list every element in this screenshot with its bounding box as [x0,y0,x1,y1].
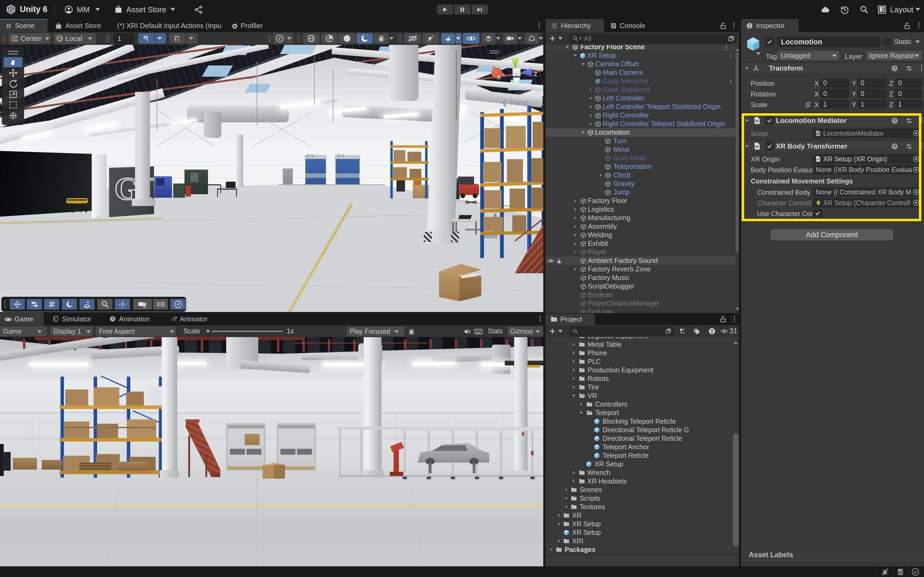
svg-text:Y: Y [146,39,149,42]
